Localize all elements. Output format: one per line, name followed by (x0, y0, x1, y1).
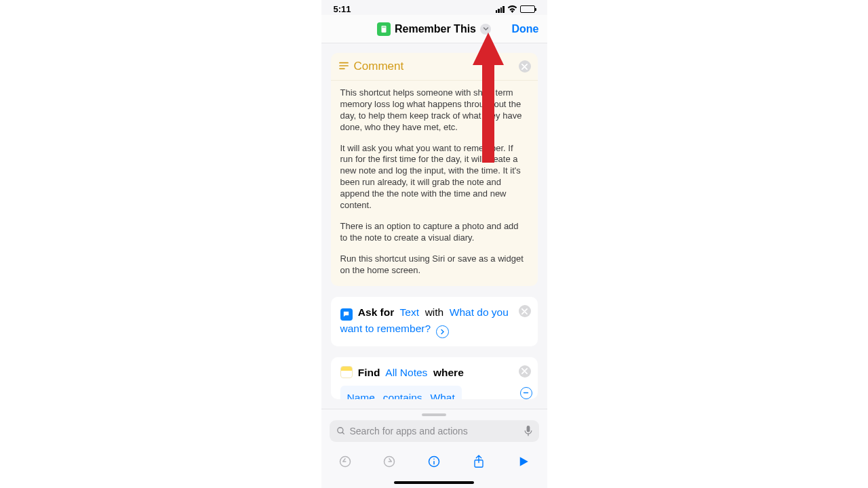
find-notes-action[interactable]: Find All Notes where Name contains What (331, 357, 538, 399)
comment-body[interactable]: This shortcut helps someone with short t… (331, 81, 538, 286)
home-indicator[interactable] (394, 481, 474, 484)
status-bar: 5:11 (321, 0, 547, 15)
phone-frame: 5:11 Remember This Done Comm (321, 0, 547, 488)
cellular-icon (496, 5, 505, 13)
svg-rect-0 (339, 62, 349, 64)
comment-action-card[interactable]: Comment This shortcut helps someone with… (331, 53, 538, 286)
find-where-label: where (433, 367, 464, 378)
filter-value-token[interactable]: What (431, 390, 455, 399)
comment-paragraph: There is an option to capture a photo an… (340, 221, 528, 244)
redo-button[interactable] (379, 455, 399, 468)
info-button[interactable] (424, 455, 444, 468)
status-indicators (496, 5, 535, 13)
comment-paragraph: Add multiple Personal Automations to run… (340, 285, 528, 286)
find-scope-token[interactable]: All Notes (385, 367, 427, 378)
comment-paragraph: This shortcut helps someone with short t… (340, 87, 528, 134)
undo-button[interactable] (335, 455, 355, 468)
ask-type-token[interactable]: Text (400, 306, 419, 318)
shortcut-app-icon (377, 22, 391, 36)
search-placeholder: Search for apps and actions (350, 426, 520, 436)
filter-field-token[interactable]: Name (347, 390, 375, 399)
nav-bar: Remember This Done (321, 15, 547, 43)
ask-label: Ask for (358, 306, 394, 318)
svg-point-12 (433, 458, 435, 460)
share-button[interactable] (469, 454, 489, 469)
microphone-icon[interactable] (524, 426, 532, 436)
remove-comment-button[interactable] (519, 60, 531, 73)
find-label: Find (358, 367, 380, 378)
svg-line-5 (342, 432, 344, 434)
remove-ask-button[interactable] (519, 305, 531, 317)
comment-title: Comment (354, 60, 404, 73)
svg-rect-2 (339, 68, 345, 69)
shortcut-title-group[interactable]: Remember This (377, 22, 491, 36)
svg-rect-6 (526, 426, 530, 432)
expand-action-button[interactable] (436, 325, 449, 338)
remove-find-button[interactable] (519, 365, 531, 378)
comment-paragraph: Run this shortcut using Siri or save as … (340, 253, 528, 277)
notes-app-icon (340, 366, 353, 378)
title-dropdown-icon[interactable] (480, 24, 491, 35)
filter-row[interactable]: Name contains What (340, 386, 462, 399)
ask-for-input-action[interactable]: Ask for Text with What do you want to re… (331, 297, 538, 346)
battery-icon (520, 5, 535, 13)
shortcut-title: Remember This (395, 23, 476, 35)
comment-icon (339, 61, 349, 72)
svg-point-4 (337, 428, 342, 433)
svg-rect-1 (339, 65, 349, 66)
panel-grabber[interactable] (422, 413, 446, 416)
comment-paragraph: It will ask you what you want to remembe… (340, 143, 528, 211)
bottom-search-panel: Search for apps and actions (321, 409, 547, 488)
filter-operator-token[interactable]: contains (383, 390, 422, 399)
status-time: 5:11 (334, 4, 351, 14)
ask-with-label: with (425, 306, 444, 318)
remove-filter-button[interactable] (520, 387, 532, 399)
run-button[interactable] (513, 455, 534, 468)
done-button[interactable]: Done (512, 23, 539, 35)
search-icon (336, 426, 346, 436)
editor-toolbar (330, 454, 539, 469)
action-search-bar[interactable]: Search for apps and actions (330, 420, 539, 442)
comment-header: Comment (331, 53, 538, 81)
wifi-icon (507, 5, 517, 13)
ask-input-icon (340, 308, 353, 321)
